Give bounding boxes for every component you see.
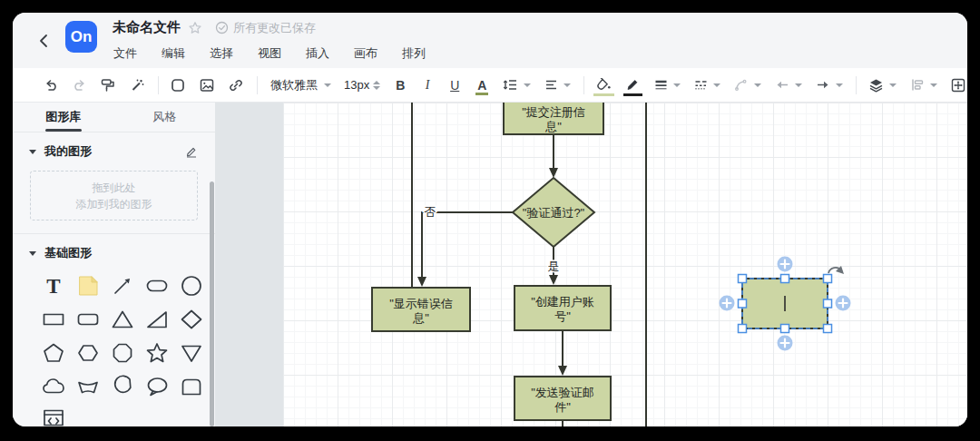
shape-teardrop[interactable] — [105, 369, 140, 403]
my-shapes-section-header[interactable]: 我的图形 — [13, 138, 215, 165]
shape-rounded-rectangle[interactable] — [71, 302, 105, 336]
insert-link-button[interactable] — [224, 74, 248, 97]
node-verify[interactable]: "验证通过?" — [513, 178, 594, 247]
tab-style[interactable]: 风格 — [114, 103, 216, 132]
shape-rectangle[interactable] — [36, 302, 71, 336]
node-error[interactable]: "显示错误信 息" — [372, 288, 470, 331]
line-color-button[interactable] — [622, 74, 644, 97]
edge-create-send[interactable] — [558, 330, 567, 376]
font-color-button[interactable]: A — [471, 74, 493, 97]
basic-shapes-section-header[interactable]: 基础图形 — [13, 240, 215, 267]
underline-button[interactable]: U — [444, 74, 466, 97]
edge-verify-error[interactable] — [417, 212, 513, 287]
shape-arrow[interactable] — [105, 269, 140, 302]
edit-pencil-icon[interactable] — [184, 144, 199, 159]
menu-insert[interactable]: 插入 — [306, 45, 329, 62]
app-logo[interactable]: On — [65, 21, 97, 53]
menu-edit[interactable]: 编辑 — [162, 45, 185, 62]
layers-button[interactable] — [864, 74, 900, 97]
canvas-size-icon — [950, 77, 966, 93]
resize-handle-ne[interactable] — [824, 275, 832, 283]
undo-icon — [44, 77, 59, 93]
shape-diamond[interactable] — [174, 302, 209, 336]
canvas-size-button[interactable] — [946, 74, 967, 97]
connect-right-button[interactable] — [836, 296, 851, 311]
undo-button[interactable] — [40, 74, 63, 97]
shape-code-window[interactable] — [36, 403, 71, 426]
menu-view[interactable]: 视图 — [258, 45, 281, 62]
insert-image-button[interactable] — [195, 74, 219, 97]
line-style-button[interactable] — [690, 74, 724, 97]
line-weight-button[interactable] — [650, 74, 684, 97]
edge-label-no: 否 — [425, 205, 436, 219]
insert-shape-button[interactable] — [166, 74, 190, 97]
canvas[interactable]: 否 是 "提交注册信 息" — [215, 103, 967, 426]
menu-select[interactable]: 选择 — [210, 45, 233, 62]
resize-handle-e[interactable] — [824, 299, 832, 308]
tab-shape-library[interactable]: 图形库 — [13, 103, 114, 132]
italic-button[interactable]: I — [416, 74, 438, 97]
font-family-select[interactable]: 微软雅黑 — [265, 74, 335, 97]
svg-text:号": 号" — [554, 309, 571, 323]
menu-file[interactable]: 文件 — [113, 45, 137, 62]
line-height-button[interactable] — [498, 74, 534, 97]
shape-octagon[interactable] — [105, 336, 140, 369]
shape-stadium[interactable] — [140, 269, 174, 302]
back-button[interactable] — [36, 33, 53, 49]
collapse-triangle-icon — [29, 150, 36, 154]
node-selected[interactable] — [742, 279, 828, 328]
resize-handle-w[interactable] — [739, 299, 747, 308]
connect-top-button[interactable] — [778, 257, 793, 272]
fill-color-button[interactable] — [592, 74, 616, 97]
node-submit[interactable]: "提交注册信 息" — [504, 103, 603, 134]
menu-bar: 文件 编辑 选择 视图 插入 画布 排列 — [113, 45, 426, 62]
menu-canvas[interactable]: 画布 — [354, 45, 377, 62]
my-shapes-dropzone[interactable]: 拖到此处 添加到我的图形 — [30, 171, 198, 220]
shape-circle[interactable] — [174, 269, 209, 302]
shape-arc-banner[interactable] — [71, 369, 105, 403]
text-align-button[interactable] — [540, 74, 574, 97]
shape-triangle[interactable] — [105, 302, 140, 336]
resize-handle-nw[interactable] — [739, 275, 747, 283]
document-title[interactable]: 未命名文件 — [113, 19, 181, 36]
resize-handle-se[interactable] — [824, 325, 832, 333]
shape-card[interactable] — [174, 369, 209, 403]
shape-hexagon[interactable] — [71, 336, 105, 369]
shape-right-triangle[interactable] — [140, 302, 174, 336]
svg-text:T: T — [46, 275, 60, 298]
connect-left-button[interactable] — [720, 296, 735, 311]
shape-inverted-triangle[interactable] — [174, 336, 209, 369]
star-favorite-icon[interactable] — [188, 21, 202, 35]
rotate-handle[interactable] — [828, 266, 844, 274]
arrow-start-button[interactable] — [770, 74, 806, 97]
svg-text:"发送验证邮: "发送验证邮 — [531, 386, 594, 399]
shape-star[interactable] — [140, 336, 174, 369]
check-circle-icon — [215, 21, 229, 34]
edge-submit-verify[interactable] — [549, 134, 558, 178]
node-send[interactable]: "发送验证邮 件" — [514, 377, 611, 420]
arrow-end-button[interactable] — [811, 74, 847, 97]
connector-style-button[interactable] — [730, 74, 765, 97]
collapse-triangle-icon — [29, 251, 36, 256]
bold-button[interactable]: B — [389, 74, 411, 97]
redo-button[interactable] — [68, 74, 91, 97]
shape-text[interactable]: T — [36, 269, 71, 302]
shape-cloud[interactable] — [36, 369, 71, 403]
format-painter-icon — [100, 77, 116, 93]
shape-sticky-note[interactable] — [71, 269, 105, 302]
font-size-stepper[interactable]: 13px — [340, 74, 384, 97]
magic-wand-button[interactable] — [125, 74, 149, 97]
menu-arrange[interactable]: 排列 — [402, 45, 426, 62]
link-icon — [228, 77, 244, 93]
shape-pentagon[interactable] — [36, 336, 71, 369]
image-icon — [199, 77, 215, 93]
resize-handle-s[interactable] — [781, 325, 789, 333]
sidebar-scrollbar[interactable] — [210, 181, 214, 426]
align-objects-button[interactable] — [906, 74, 941, 97]
format-painter-button[interactable] — [96, 74, 120, 97]
resize-handle-n[interactable] — [781, 275, 789, 283]
shape-speech-bubble[interactable] — [140, 369, 174, 403]
resize-handle-sw[interactable] — [739, 325, 747, 333]
connect-bottom-button[interactable] — [778, 336, 793, 351]
node-create[interactable]: "创建用户账 号" — [514, 286, 611, 330]
